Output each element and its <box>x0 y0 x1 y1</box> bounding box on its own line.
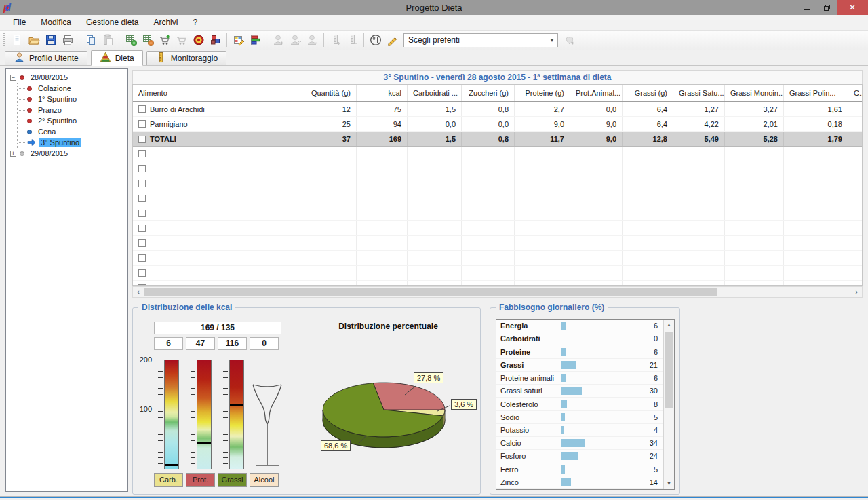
table-empty-row[interactable] <box>133 251 862 266</box>
scroll-down-icon[interactable]: ▼ <box>664 478 674 489</box>
needs-bar-track <box>561 426 639 434</box>
ruler-remove-icon <box>344 32 361 49</box>
tab-profilo-utente[interactable]: Profilo Utente <box>5 51 87 65</box>
tab-monitoraggio[interactable]: Monitoraggio <box>146 51 226 65</box>
table-empty-row[interactable] <box>133 236 862 251</box>
row-checkbox[interactable] <box>138 120 146 128</box>
table-empty-row[interactable] <box>133 191 862 206</box>
scroll-up-icon[interactable]: ▲ <box>664 320 674 330</box>
row-checkbox[interactable] <box>138 254 146 262</box>
tree-node-pranzo[interactable]: Pranzo <box>18 104 127 115</box>
tree-node-colazione[interactable]: Colazione <box>18 83 127 94</box>
table-row[interactable]: Parmigiano25940,00,09,09,06,44,222,010,1… <box>133 117 862 132</box>
copy-icon[interactable] <box>82 32 99 49</box>
needs-row-ferro[interactable]: Ferro5 <box>496 463 663 476</box>
table-empty-row[interactable] <box>133 266 862 281</box>
cart-add-icon[interactable] <box>156 32 173 49</box>
needs-value: 21 <box>639 361 663 369</box>
tab-dieta[interactable]: Dieta <box>91 50 143 66</box>
needs-row-colesterolo[interactable]: Colesterolo8 <box>496 398 663 410</box>
pie-label-carboidrati: 3,6 % <box>451 399 477 410</box>
tree-node-28082015[interactable]: −28/08/2015 <box>6 72 127 83</box>
grid-edit-icon[interactable] <box>230 32 247 49</box>
row-checkbox[interactable] <box>138 165 146 172</box>
table-cell: 9,0 <box>515 117 570 131</box>
table-totals-row[interactable]: TOTALI371691,50,811,79,012,85,495,281,79 <box>133 132 862 147</box>
chevron-down-icon[interactable]: ▼ <box>547 37 557 43</box>
tree-node-cena[interactable]: Cena <box>18 126 127 137</box>
menu-file[interactable]: File <box>5 16 33 29</box>
row-checkbox[interactable] <box>138 269 146 277</box>
needs-bar <box>561 400 567 408</box>
row-checkbox[interactable] <box>138 136 146 143</box>
row-checkbox[interactable] <box>138 180 146 187</box>
needs-row-potassio[interactable]: Potassio4 <box>496 424 663 437</box>
tree-node-29082015[interactable]: +29/08/2015 <box>6 148 127 159</box>
expander-icon[interactable]: − <box>10 75 16 81</box>
table-cell: 1,61 <box>784 102 848 116</box>
table-add-icon[interactable] <box>122 32 139 49</box>
daily-needs-scrollbar[interactable]: ▲ ▼ <box>663 320 674 489</box>
favorites-combobox[interactable]: Scegli preferiti▼ <box>403 33 558 47</box>
row-checkbox[interactable] <box>138 195 146 202</box>
menu-archivi[interactable]: Archivi <box>146 16 185 29</box>
table-remove-icon[interactable] <box>139 32 156 49</box>
table-cell <box>302 221 357 235</box>
row-checkbox[interactable] <box>138 150 146 157</box>
new-document-icon[interactable] <box>8 32 25 49</box>
needs-bar-track <box>561 374 639 382</box>
row-checkbox[interactable] <box>138 284 146 286</box>
table-empty-row[interactable] <box>133 281 862 286</box>
chart-bars-icon[interactable] <box>247 32 264 49</box>
toolbar-separator <box>79 33 79 47</box>
menu-help[interactable]: ? <box>185 16 205 29</box>
table-empty-row[interactable] <box>133 176 862 191</box>
meal-icon[interactable] <box>367 32 384 49</box>
table-empty-row[interactable] <box>133 147 862 161</box>
column-header: Grassi Polin... <box>784 85 848 101</box>
save-icon[interactable] <box>42 32 59 49</box>
needs-row-zinco[interactable]: Zinco14 <box>496 476 663 489</box>
row-checkbox[interactable] <box>138 105 146 113</box>
toolbar-separator <box>363 33 364 47</box>
needs-row-grassi-saturi[interactable]: Grassi saturi30 <box>496 385 663 398</box>
menu-modifica[interactable]: Modifica <box>33 16 79 29</box>
minimize-button[interactable] <box>796 0 816 15</box>
pencil-icon[interactable] <box>384 32 401 49</box>
needs-row-grassi[interactable]: Grassi21 <box>496 359 663 372</box>
row-checkbox[interactable] <box>138 210 146 217</box>
expander-icon[interactable]: + <box>10 151 16 157</box>
needs-row-proteine[interactable]: Proteine6 <box>496 345 663 358</box>
table-empty-row[interactable] <box>133 161 862 176</box>
scroll-right-icon[interactable]: › <box>851 287 862 297</box>
needs-row-carboidrati[interactable]: Carboidrati0 <box>496 332 663 345</box>
needs-label: Energia <box>496 322 561 330</box>
table-cell <box>462 236 515 250</box>
print-icon[interactable] <box>59 32 76 49</box>
menu-gestione-dieta[interactable]: Gestione dieta <box>79 16 146 29</box>
table-row[interactable]: Burro di Arachidi12751,50,82,70,06,41,27… <box>133 102 862 117</box>
needs-row-fosforo[interactable]: Fosforo24 <box>496 450 663 463</box>
tree-node-2-spuntino[interactable]: 2° Spuntino <box>18 115 127 126</box>
cubes-icon[interactable] <box>207 32 224 49</box>
row-checkbox[interactable] <box>138 239 146 247</box>
tree-node-label: Colazione <box>36 83 73 93</box>
scrollbar-thumb[interactable] <box>665 332 673 408</box>
tree-node-1-spuntino[interactable]: 1° Spuntino <box>18 94 127 104</box>
needs-row-sodio[interactable]: Sodio5 <box>496 411 663 424</box>
restore-button[interactable] <box>816 0 837 15</box>
needs-row-energia[interactable]: Energia6 <box>496 320 663 332</box>
table-horizontal-scrollbar[interactable]: ‹ › <box>132 286 863 298</box>
table-empty-row[interactable] <box>133 206 862 221</box>
tree-node-3-spuntino[interactable]: 3° Spuntino <box>18 137 127 148</box>
tab-label: Profilo Utente <box>29 54 79 63</box>
scroll-left-icon[interactable]: ‹ <box>133 287 144 297</box>
table-empty-row[interactable] <box>133 221 862 236</box>
target-icon[interactable] <box>190 32 207 49</box>
scrollbar-thumb[interactable] <box>144 288 717 296</box>
open-folder-icon[interactable] <box>25 32 42 49</box>
row-checkbox[interactable] <box>138 225 146 232</box>
needs-row-proteine-animali[interactable]: Proteine animali6 <box>496 372 663 385</box>
close-button[interactable]: ✕ <box>837 0 868 15</box>
needs-row-calcio[interactable]: Calcio34 <box>496 437 663 450</box>
